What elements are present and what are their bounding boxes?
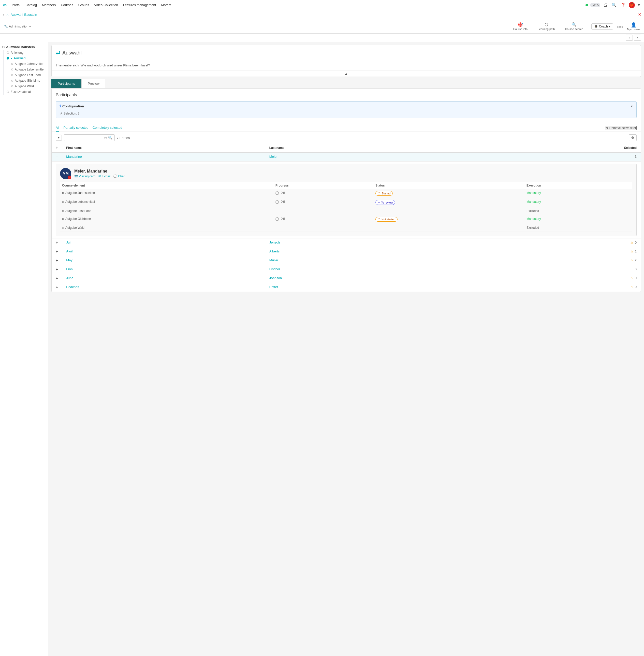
- search-icon[interactable]: 🔍: [108, 136, 112, 140]
- ce-execution: Excluded: [525, 207, 632, 215]
- administration-menu[interactable]: 🔧 Administration ▾: [4, 25, 31, 28]
- lastname-link[interactable]: Muller: [269, 258, 278, 262]
- sidebar-item-fastfood[interactable]: Aufgabe Fast Food: [9, 72, 48, 78]
- expand-cell[interactable]: +: [52, 256, 62, 265]
- sidebar-item-auswahl[interactable]: ▼ Auswahl: [5, 55, 48, 61]
- lastname-link[interactable]: Johnson: [269, 276, 282, 280]
- back-button[interactable]: ‹: [3, 13, 4, 17]
- collapse-button-row: ▲: [52, 70, 641, 76]
- expanded-actions: 🪪 Visiting card ✉ E-mail: [74, 175, 124, 178]
- nav-portal[interactable]: Portal: [10, 0, 22, 10]
- ce-row: ≡ Aufgabe Glühbirne 0%: [60, 215, 632, 224]
- collapse-row-button[interactable]: −: [56, 155, 58, 159]
- tab-preview[interactable]: Preview: [82, 79, 106, 88]
- tab-course-search[interactable]: 🔍 Course search: [563, 21, 585, 31]
- firstname-link[interactable]: Peaches: [66, 285, 79, 289]
- ce-execution: Mandatory: [525, 215, 632, 224]
- next-arrow-button[interactable]: ›: [634, 35, 641, 41]
- firstname-link[interactable]: May: [66, 258, 72, 262]
- filter-tab-partially[interactable]: Partially selected: [63, 124, 88, 132]
- lastname-cell: Muller: [265, 256, 464, 265]
- selected-num: 1: [635, 249, 637, 253]
- firstname-link[interactable]: Avril: [66, 249, 72, 253]
- lastname-link[interactable]: Jensch: [269, 241, 280, 244]
- chat-link[interactable]: 💬 Chat: [113, 175, 124, 178]
- tab-learning-path[interactable]: ⬡ Learning path: [536, 21, 557, 31]
- clear-search-icon[interactable]: ⊗: [104, 136, 107, 140]
- expand-row-button[interactable]: +: [56, 258, 58, 263]
- sidebar-item-zusatzmaterial[interactable]: Zusatzmaterial: [5, 89, 48, 95]
- ce-row: ≡ Aufgabe Wald Excluded: [60, 224, 632, 232]
- selected-cell: 3: [464, 265, 641, 274]
- tab-course-info[interactable]: 🎯 Course info: [511, 21, 530, 31]
- dropdown-filter-button[interactable]: ▾: [56, 135, 62, 141]
- tab-participants[interactable]: Participants: [51, 79, 82, 88]
- nav-more[interactable]: More ▾: [159, 0, 173, 10]
- expand-cell[interactable]: +: [52, 265, 62, 274]
- remove-filter-button[interactable]: 🗑 Remove active filter: [605, 126, 637, 130]
- ce-table-body: ≡ Aufgabe Jahreszeiten 0%: [60, 189, 632, 232]
- expand-cell[interactable]: +: [52, 247, 62, 256]
- user-avatar[interactable]: 🍎: [629, 2, 635, 8]
- collapse-button[interactable]: ▲: [344, 71, 348, 75]
- visiting-card-link[interactable]: 🪪 Visiting card: [74, 175, 95, 178]
- filter-tab-all[interactable]: All: [56, 124, 59, 132]
- breadcrumb-title[interactable]: Auswahl-Baustein: [11, 13, 37, 17]
- search-button[interactable]: 🔍: [611, 2, 618, 8]
- print-button[interactable]: 🖨: [602, 2, 608, 8]
- lastname-link[interactable]: Meier: [269, 155, 278, 159]
- nav-lectures-management[interactable]: Lectures management: [121, 0, 158, 10]
- lastname-cell: Jensch: [265, 239, 464, 247]
- nav-video-collection[interactable]: Video Collection: [92, 0, 120, 10]
- logo-icon[interactable]: ∞: [3, 2, 7, 8]
- course-toolbar: 🔧 Administration ▾ 🎯 Course info ⬡ Learn…: [0, 19, 644, 33]
- sidebar-item-lebensmittel[interactable]: Aufgabe Lebensmittel: [9, 67, 48, 72]
- firstname-link[interactable]: Finn: [66, 267, 72, 271]
- nav-courses[interactable]: Courses: [59, 0, 75, 10]
- expand-row-button[interactable]: +: [56, 276, 58, 280]
- expand-row-button[interactable]: +: [56, 285, 58, 289]
- configuration-header[interactable]: ℹ Configuration ▾: [56, 101, 636, 111]
- email-label: E-mail: [102, 175, 110, 178]
- coach-role-button[interactable]: 🎓 Coach ▾: [591, 23, 613, 29]
- expand-row-button[interactable]: +: [56, 249, 58, 254]
- ce-col-name: Course element: [60, 182, 273, 189]
- expand-cell[interactable]: +: [52, 239, 62, 247]
- firstname-link[interactable]: Juli: [66, 241, 71, 244]
- lastname-link[interactable]: Fischer: [269, 267, 280, 271]
- close-button[interactable]: ×: [638, 12, 641, 17]
- sidebar-item-anleitung[interactable]: Anleitung: [5, 50, 48, 55]
- config-info-icon: ℹ: [60, 104, 61, 108]
- filter-tab-completely[interactable]: Completely selected: [93, 124, 122, 132]
- expand-row-button[interactable]: +: [56, 267, 58, 272]
- sidebar-item-gluhbirne[interactable]: Aufgabe Glühbirne: [9, 78, 48, 84]
- sidebar-item-wald[interactable]: Aufgabe Wald: [9, 84, 48, 89]
- sidebar-item-jahreszeiten[interactable]: Aufgabe Jahreszeiten: [9, 61, 48, 67]
- firstname-link[interactable]: Mandarine: [66, 155, 82, 159]
- configuration-body: ⇄ Selection: 3: [56, 111, 636, 118]
- firstname-link[interactable]: June: [66, 276, 73, 280]
- nav-catalog[interactable]: Catalog: [23, 0, 39, 10]
- user-menu-chevron[interactable]: ▾: [637, 2, 641, 8]
- expand-cell[interactable]: −: [52, 153, 62, 162]
- table-settings-button[interactable]: ⚙: [629, 134, 637, 141]
- help-button[interactable]: ❓: [620, 2, 627, 8]
- nav-members[interactable]: Members: [40, 0, 58, 10]
- participants-title: Participants: [52, 89, 641, 101]
- email-link[interactable]: ✉ E-mail: [98, 175, 110, 178]
- nav-groups[interactable]: Groups: [76, 0, 91, 10]
- expand-cell[interactable]: +: [52, 274, 62, 283]
- lastname-link[interactable]: Alberts: [269, 249, 279, 253]
- selected-num: 2: [635, 258, 637, 262]
- search-input[interactable]: [66, 136, 103, 139]
- expand-row-button[interactable]: +: [56, 241, 58, 245]
- expand-cell[interactable]: +: [52, 283, 62, 292]
- prev-arrow-button[interactable]: ‹: [626, 35, 633, 41]
- progress-circle-icon: [275, 217, 279, 221]
- ce-list-icon: ≡: [62, 209, 64, 212]
- ce-name: ≡ Aufgabe Fast Food: [60, 207, 273, 215]
- top-navigation: ∞ Portal Catalog Members Courses Groups …: [0, 0, 644, 10]
- my-course-section[interactable]: 👤 My course: [627, 22, 640, 31]
- coach-label: Coach: [599, 25, 608, 28]
- lastname-link[interactable]: Potter: [269, 285, 278, 289]
